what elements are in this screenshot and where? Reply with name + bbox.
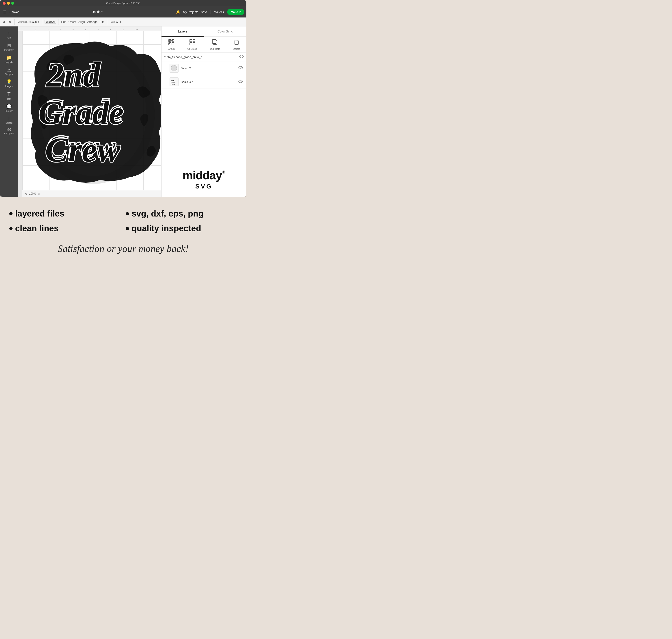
edit-button[interactable]: Edit: [61, 20, 66, 24]
sidebar-item-projects[interactable]: 📁 Projects: [1, 53, 17, 65]
flip-button[interactable]: Flip: [99, 20, 105, 24]
bullet-text-1: layered files: [15, 209, 65, 219]
close-button[interactable]: [3, 2, 5, 5]
bullet-dot-1: •: [9, 208, 13, 219]
templates-icon: ⊞: [7, 43, 11, 48]
width-label: W: [116, 21, 118, 23]
operation-value[interactable]: Basic Cut: [29, 21, 39, 23]
sidebar-projects-label: Projects: [5, 61, 13, 63]
bottom-section: • layered files • svg, dxf, eps, png • c…: [0, 197, 246, 261]
toolbar: ↺ ↻ Operation Basic Cut Select All Edit …: [0, 17, 246, 27]
size-group: Size W H: [110, 21, 122, 23]
undo-button[interactable]: ↺: [2, 20, 6, 24]
align-button[interactable]: Align: [78, 20, 85, 24]
app-window: Cricut Design Space v7.11.156 ☰ Canvas U…: [0, 0, 246, 197]
sidebar-item-text[interactable]: T Text: [1, 90, 17, 102]
zoom-minus-icon[interactable]: ⊖: [25, 192, 27, 195]
zoom-plus-icon[interactable]: ⊕: [38, 192, 40, 195]
layer-1-name: Basic Cut: [181, 66, 236, 70]
minimize-button[interactable]: [7, 2, 10, 5]
menu-icon[interactable]: ☰: [2, 9, 7, 15]
topbar-right: 🔔 My Projects Save | Maker ▾ Make It: [176, 9, 244, 15]
ungroup-tool[interactable]: UnGroup: [187, 39, 197, 50]
main-area: ＋ New ⊞ Templates 📁 Projects △ Shapes 💡 …: [0, 27, 246, 197]
right-panel: Layers Color Sync: [161, 27, 246, 197]
design-svg[interactable]: 2nd Grade Crew: [22, 31, 161, 190]
zoom-percent: 100%: [29, 192, 36, 195]
projects-icon: 📁: [6, 55, 12, 60]
topbar: ☰ Canvas Untitled* 🔔 My Projects Save | …: [0, 6, 246, 17]
layer-thumb-1: [170, 64, 178, 73]
group-visibility-icon[interactable]: [239, 55, 244, 59]
images-icon: 💡: [6, 79, 12, 84]
sidebar-text-label: Text: [7, 98, 11, 100]
group-arrow-icon: ▾: [164, 56, 165, 59]
operation-group: Operation Basic Cut: [17, 21, 40, 23]
monogram-icon: MG: [6, 128, 12, 131]
svg-point-26: [240, 67, 241, 68]
layer-item-1[interactable]: Basic Cut: [161, 61, 246, 75]
topbar-center: Untitled*: [21, 10, 174, 14]
svg-text:Crew: Crew: [171, 83, 175, 85]
group-tool[interactable]: Group: [168, 39, 175, 50]
duplicate-tool[interactable]: Duplicate: [210, 39, 220, 50]
svg-rect-14: [190, 43, 192, 45]
layer-item-2[interactable]: 2nd Grade Crew Basic Cut: [161, 75, 246, 89]
sidebar-item-shapes[interactable]: △ Shapes: [1, 65, 17, 77]
svg-rect-18: [235, 41, 238, 44]
layer-2-visibility-icon[interactable]: [238, 80, 243, 84]
tab-color-sync[interactable]: Color Sync: [204, 27, 246, 36]
group-icon: [168, 39, 175, 47]
my-projects-button[interactable]: My Projects: [183, 10, 198, 14]
layer-2-name: Basic Cut: [181, 80, 236, 83]
group-header[interactable]: ▾ 94_Second_grade_crew_p: [161, 53, 246, 61]
make-it-button[interactable]: Make It: [227, 9, 244, 15]
bullet-item-3: • clean lines: [9, 223, 121, 234]
save-button[interactable]: Save: [201, 10, 208, 14]
bullet-text-4: quality inspected: [132, 224, 201, 233]
svg-rect-11: [170, 40, 173, 44]
layer-1-visibility-icon[interactable]: [238, 66, 243, 70]
redo-button[interactable]: ↻: [7, 20, 12, 24]
shapes-icon: △: [7, 67, 11, 73]
bullet-item-1: • layered files: [9, 208, 121, 219]
bullet-text-3: clean lines: [15, 224, 59, 233]
svg-text:Grade: Grade: [38, 94, 124, 131]
maker-button[interactable]: Maker ▾: [214, 10, 224, 14]
group-name: 94_Second_grade_crew_p: [167, 56, 237, 59]
brand-name: midday: [182, 169, 222, 182]
select-all-button[interactable]: Select All: [45, 20, 56, 24]
height-label: H: [119, 21, 121, 23]
offset-button[interactable]: Offset: [68, 20, 77, 24]
group-label: Group: [168, 47, 175, 50]
sidebar-item-monogram[interactable]: MG Monogram: [1, 126, 17, 136]
sidebar-shapes-label: Shapes: [5, 73, 13, 76]
sidebar-item-upload[interactable]: ↑ Upload: [1, 114, 17, 125]
svg-rect-17: [212, 40, 216, 44]
window-title: Cricut Design Space v7.11.156: [106, 2, 140, 4]
satisfaction-text: Satisfaction or your money back!: [9, 243, 237, 254]
svg-rect-15: [193, 43, 195, 45]
delete-tool[interactable]: Delete: [233, 39, 240, 50]
notification-bell-icon[interactable]: 🔔: [176, 10, 180, 14]
layer-thumb-2: 2nd Grade Crew: [170, 77, 178, 86]
arrange-button[interactable]: Arrange: [87, 20, 98, 24]
maker-chevron-icon: ▾: [223, 10, 224, 14]
sidebar-item-images[interactable]: 💡 Images: [1, 77, 17, 89]
tab-layers[interactable]: Layers: [161, 27, 204, 37]
maximize-button[interactable]: [11, 2, 14, 5]
duplicate-icon: [212, 39, 218, 47]
sidebar-item-phrases[interactable]: 💬 Phrases: [1, 102, 17, 114]
canvas-area[interactable]: 1 2 3 4 5 6 7 8 9 10: [18, 27, 161, 197]
branding-section: midday ® SVG: [161, 162, 246, 197]
ungroup-label: UnGroup: [187, 47, 197, 50]
traffic-lights: [3, 2, 14, 5]
bullet-dot-4: •: [125, 223, 129, 234]
text-icon: T: [7, 91, 10, 97]
sidebar-item-templates[interactable]: ⊞ Templates: [1, 41, 17, 53]
svg-text:2nd: 2nd: [171, 80, 174, 82]
toolbar-separator-3: [58, 19, 59, 25]
sidebar-item-new[interactable]: ＋ New: [1, 28, 17, 41]
duplicate-label: Duplicate: [210, 47, 220, 50]
svg-text:Crew: Crew: [45, 130, 120, 169]
